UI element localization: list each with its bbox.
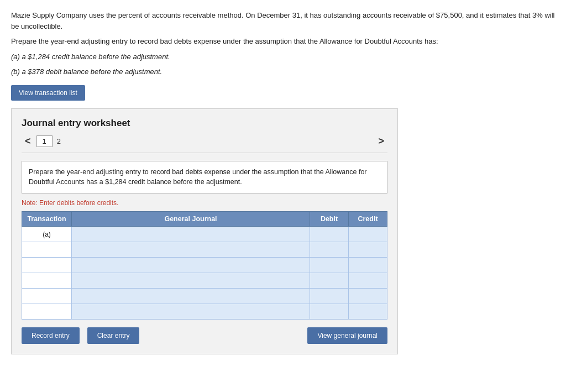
general-journal-cell[interactable] (72, 304, 310, 320)
debit-input[interactable] (310, 289, 348, 304)
intro-item-b: (b) a $378 debit balance before the adju… (11, 66, 555, 77)
transaction-cell (22, 273, 72, 289)
header-debit: Debit (310, 212, 349, 227)
table-row (22, 304, 387, 320)
debit-input[interactable] (310, 273, 348, 288)
general-journal-input[interactable] (72, 258, 310, 273)
debit-cell[interactable] (310, 304, 349, 320)
journal-table: Transaction General Journal Debit Credit… (22, 211, 387, 320)
table-row (22, 242, 387, 258)
credit-input[interactable] (349, 258, 387, 273)
general-journal-input[interactable] (72, 289, 310, 304)
credit-cell[interactable] (349, 304, 387, 320)
general-journal-input[interactable] (72, 273, 310, 288)
header-general-journal: General Journal (72, 212, 310, 227)
transaction-cell (22, 304, 72, 320)
transaction-cell (22, 258, 72, 273)
intro-paragraph2: Prepare the year-end adjusting entry to … (11, 36, 555, 47)
intro-paragraph1: Mazie Supply Company uses the percent of… (11, 10, 555, 32)
general-journal-cell[interactable] (72, 289, 310, 304)
credit-cell[interactable] (349, 258, 387, 273)
credit-input[interactable] (349, 273, 387, 288)
transaction-cell: (a) (22, 227, 72, 242)
table-row (22, 289, 387, 304)
general-journal-input[interactable] (72, 304, 310, 319)
header-transaction: Transaction (22, 212, 72, 227)
general-journal-input[interactable] (72, 227, 310, 242)
debit-input[interactable] (310, 242, 348, 257)
tab-navigation: < 1 2 > (22, 135, 387, 153)
debit-input[interactable] (310, 304, 348, 319)
credit-input[interactable] (349, 242, 387, 257)
credit-input[interactable] (349, 289, 387, 304)
transaction-cell (22, 289, 72, 304)
debit-cell[interactable] (310, 242, 349, 258)
worksheet-description: Prepare the year-end adjusting entry to … (22, 161, 387, 194)
debit-cell[interactable] (310, 289, 349, 304)
table-row (22, 273, 387, 289)
tab-2[interactable]: 2 (57, 137, 61, 145)
credit-input[interactable] (349, 227, 387, 242)
intro-item-a: (a) a $1,284 credit balance before the a… (11, 51, 555, 62)
worksheet-container: Journal entry worksheet < 1 2 > Prepare … (11, 108, 398, 355)
note-text: Note: Enter debits before credits. (22, 199, 387, 207)
transaction-cell (22, 242, 72, 258)
general-journal-cell[interactable] (72, 242, 310, 258)
credit-cell[interactable] (349, 273, 387, 289)
view-general-journal-button[interactable]: View general journal (307, 327, 387, 344)
intro-section: Mazie Supply Company uses the percent of… (11, 10, 555, 77)
debit-input[interactable] (310, 227, 348, 242)
debit-cell[interactable] (310, 273, 349, 289)
credit-cell[interactable] (349, 289, 387, 304)
debit-cell[interactable] (310, 258, 349, 273)
next-tab-button[interactable]: > (375, 135, 387, 147)
general-journal-cell[interactable] (72, 227, 310, 242)
record-entry-button[interactable]: Record entry (22, 327, 80, 344)
table-row (22, 258, 387, 273)
header-credit: Credit (349, 212, 387, 227)
debit-input[interactable] (310, 258, 348, 273)
clear-entry-button[interactable]: Clear entry (87, 327, 140, 344)
tab-1[interactable]: 1 (36, 135, 53, 147)
credit-cell[interactable] (349, 242, 387, 258)
general-journal-cell[interactable] (72, 273, 310, 289)
prev-tab-button[interactable]: < (22, 135, 34, 147)
worksheet-title: Journal entry worksheet (22, 118, 387, 129)
table-row: (a) (22, 227, 387, 242)
debit-cell[interactable] (310, 227, 349, 242)
action-buttons-row: Record entry Clear entry View general jo… (22, 327, 387, 344)
general-journal-cell[interactable] (72, 258, 310, 273)
view-transactions-button[interactable]: View transaction list (11, 85, 85, 101)
credit-input[interactable] (349, 304, 387, 319)
general-journal-input[interactable] (72, 242, 310, 257)
credit-cell[interactable] (349, 227, 387, 242)
